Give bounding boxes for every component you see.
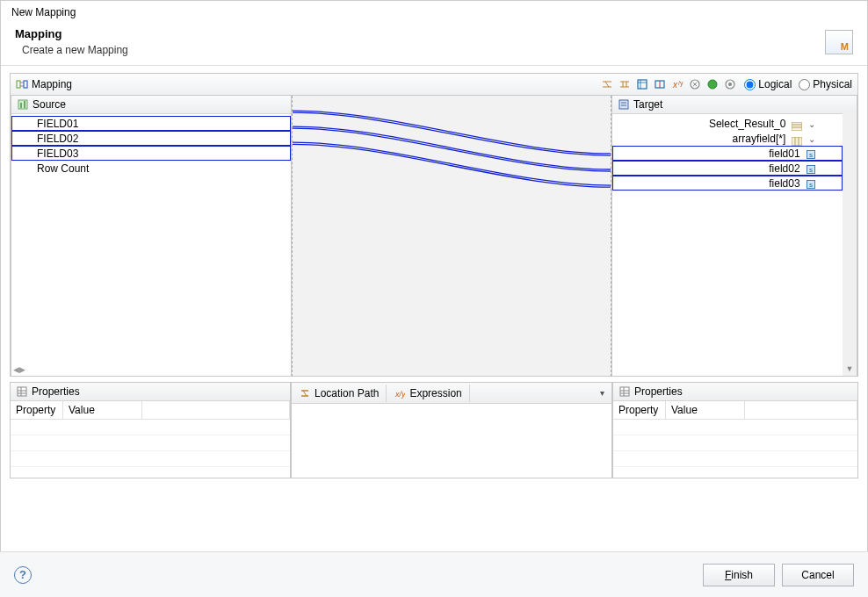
tab-expression[interactable]: x/y Expression <box>387 385 469 402</box>
tool-icon-2[interactable] <box>618 77 632 91</box>
source-panel: Source FIELD01 FIELD02 FIELD03 Row Count… <box>11 96 292 377</box>
source-field-01[interactable]: FIELD01 <box>11 116 291 131</box>
source-row-count[interactable]: Row Count <box>11 161 291 176</box>
svg-text:x/y: x/y <box>394 390 405 399</box>
radio-physical[interactable]: Physical <box>799 78 852 90</box>
svg-rect-22 <box>792 137 802 146</box>
svg-rect-30 <box>620 387 629 396</box>
target-field-03[interactable]: field03 s <box>612 176 843 191</box>
source-panel-label: Source <box>33 98 66 111</box>
tool-icon-4[interactable] <box>653 77 667 91</box>
col-spacer <box>142 401 290 419</box>
page-subtitle: Create a new Mapping <box>15 44 128 56</box>
target-arrayfield-label: arrayfield[*] <box>733 133 786 145</box>
radio-logical[interactable]: Logical <box>744 78 792 90</box>
tool-icon-6[interactable] <box>688 77 702 91</box>
col-value[interactable]: Value <box>63 401 142 419</box>
target-panel: Target Select_Result_0 ⌄ arrayfield[*] ⌄… <box>611 96 857 377</box>
tool-icon-7[interactable] <box>705 77 720 91</box>
string-type-icon: s <box>807 150 815 159</box>
dialog-title: New Mapping <box>1 1 867 24</box>
svg-rect-14 <box>20 103 22 108</box>
radio-logical-label: Logical <box>758 78 792 90</box>
tool-icon-8[interactable] <box>723 77 737 91</box>
tool-icon-5[interactable]: x/y <box>670 77 684 91</box>
svg-text:x: x <box>672 80 678 90</box>
finish-button[interactable]: Finish <box>703 564 775 586</box>
dialog-footer: ? Finish Cancel <box>0 551 868 597</box>
chevron-down-icon[interactable]: ⌄ <box>808 132 815 147</box>
target-panel-label: Target <box>633 98 662 111</box>
source-tree[interactable]: FIELD01 FIELD02 FIELD03 Row Count <box>11 114 291 376</box>
string-type-icon: s <box>807 165 815 174</box>
help-icon[interactable]: ? <box>14 566 32 584</box>
table-row[interactable] <box>613 451 857 467</box>
target-icon <box>618 98 630 111</box>
svg-rect-0 <box>17 81 20 88</box>
radio-logical-input[interactable] <box>744 79 756 90</box>
chevron-down-icon[interactable]: ⌄ <box>808 117 815 132</box>
properties-icon <box>16 385 28 398</box>
source-props-body[interactable] <box>11 420 290 467</box>
target-field-01[interactable]: field01 s <box>612 146 843 161</box>
svg-text:/y: /y <box>678 80 684 87</box>
col-value[interactable]: Value <box>666 401 745 419</box>
table-row[interactable] <box>613 435 857 451</box>
radio-physical-input[interactable] <box>799 79 810 90</box>
col-property[interactable]: Property <box>11 401 63 419</box>
col-spacer <box>745 401 857 419</box>
table-row[interactable] <box>11 420 290 435</box>
target-select-result-label: Select_Result_0 <box>709 118 785 130</box>
mapping-banner-icon <box>825 30 853 54</box>
source-field-03[interactable]: FIELD03 <box>11 146 291 161</box>
cancel-button[interactable]: Cancel <box>782 564 854 586</box>
col-property[interactable]: Property <box>613 401 666 419</box>
expression-dropdown-icon[interactable]: ▾ <box>600 388 604 398</box>
array-struct-icon <box>792 135 802 144</box>
table-row[interactable] <box>11 451 290 467</box>
target-select-result[interactable]: Select_Result_0 ⌄ <box>612 116 843 131</box>
source-props-columns: Property Value <box>11 401 290 420</box>
target-scrollbar[interactable]: ▼ <box>843 113 857 376</box>
string-type-icon: s <box>807 180 815 189</box>
page-title: Mapping <box>15 27 128 40</box>
location-path-icon <box>299 387 311 399</box>
svg-point-10 <box>708 80 717 89</box>
struct-icon <box>792 120 802 129</box>
svg-rect-4 <box>638 80 647 89</box>
svg-rect-15 <box>24 101 25 108</box>
tool-icon-3[interactable] <box>635 77 649 91</box>
target-props-body[interactable] <box>613 420 857 467</box>
svg-point-12 <box>728 83 732 86</box>
mapping-toolbar: Mapping x/y Logical Physical <box>10 73 858 96</box>
dialog-header: Mapping Create a new Mapping <box>1 24 867 66</box>
svg-rect-13 <box>18 100 27 109</box>
expression-panel: Location Path x/y Expression ▾ <box>291 382 612 478</box>
source-properties-title: Properties <box>32 385 80 398</box>
target-props-columns: Property Value <box>613 401 857 420</box>
expression-icon: x/y <box>394 387 406 399</box>
table-row[interactable] <box>11 435 290 451</box>
source-scroll-arrow-icon[interactable]: ◀▶ <box>13 365 25 374</box>
target-tree[interactable]: Select_Result_0 ⌄ arrayfield[*] ⌄ field0… <box>612 114 857 376</box>
svg-rect-19 <box>792 122 802 131</box>
svg-rect-25 <box>18 387 26 396</box>
properties-icon <box>618 385 631 398</box>
target-field-03-label: field03 <box>769 177 799 190</box>
source-field-02[interactable]: FIELD02 <box>11 131 291 146</box>
radio-physical-label: Physical <box>813 78 852 90</box>
target-field-02-label: field02 <box>769 162 799 175</box>
table-row[interactable] <box>613 420 857 435</box>
tool-icon-1[interactable] <box>600 77 614 91</box>
tab-expression-label: Expression <box>409 387 461 399</box>
source-icon <box>17 98 29 111</box>
svg-rect-16 <box>619 100 628 109</box>
mapping-canvas[interactable] <box>292 96 611 377</box>
target-arrayfield[interactable]: arrayfield[*] ⌄ <box>612 131 843 146</box>
scroll-down-icon[interactable]: ▼ <box>843 362 857 376</box>
tab-location-label: Location Path <box>315 387 379 399</box>
tab-location-path[interactable]: Location Path <box>292 385 387 402</box>
svg-rect-1 <box>24 81 27 88</box>
target-field-02[interactable]: field02 s <box>612 161 843 176</box>
expression-editor[interactable] <box>292 404 611 478</box>
